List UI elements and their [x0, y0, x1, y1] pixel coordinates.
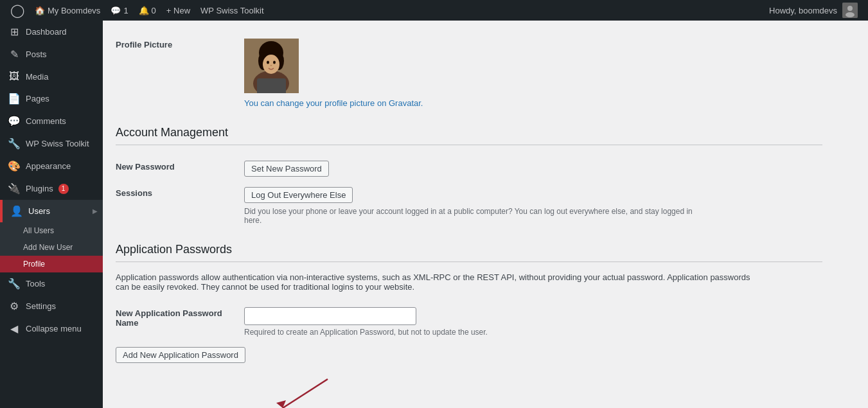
application-passwords-title: Application Passwords [116, 243, 822, 262]
arrow-annotation-container [225, 376, 822, 408]
profile-picture-img [244, 39, 299, 93]
pages-icon: 📄 [8, 93, 21, 105]
sidebar-item-appearance[interactable]: 🎨 Appearance [0, 155, 103, 177]
sidebar-item-comments[interactable]: 💬 Comments [0, 110, 103, 132]
new-password-row: New Password Set New Password [116, 155, 822, 182]
profile-picture-row: Profile Picture [116, 33, 822, 113]
all-users-label: All Users [23, 226, 54, 235]
svg-point-10 [263, 55, 279, 74]
new-app-password-row: New Application Password Name Required t… [116, 302, 822, 342]
new-app-password-helper: Required to create an Application Passwo… [244, 328, 822, 337]
admin-bar: ◯ 🏠 My Boomdevs 💬 1 🔔 0 + New WP Swiss T… [0, 0, 868, 21]
sidebar-item-tools[interactable]: 🔧 Tools [0, 272, 103, 295]
adminbar-plugin[interactable]: WP Swiss Toolkit [195, 0, 269, 21]
svg-rect-14 [257, 78, 286, 93]
sidebar-item-swiss-toolkit-label: WP Swiss Toolkit [26, 139, 89, 148]
dashboard-icon: ⊞ [8, 26, 21, 38]
sidebar-item-users-label: Users [28, 206, 50, 216]
sidebar-item-dashboard[interactable]: ⊞ Dashboard [0, 21, 103, 43]
wp-logo-icon: ◯ [5, 3, 30, 18]
svg-point-2 [846, 12, 855, 17]
comment-icon: 💬 [111, 6, 121, 15]
users-arrow-icon: ▶ [93, 208, 98, 215]
account-management-section: Account Management New Password Set New … [116, 126, 822, 230]
sidebar-item-pages-label: Pages [26, 94, 49, 103]
new-password-cell: Set New Password [244, 155, 822, 182]
site-icon: 🏠 [35, 6, 45, 15]
sidebar-item-comments-label: Comments [26, 116, 66, 126]
sidebar-item-plugins[interactable]: 🔌 Plugins 1 [0, 177, 103, 200]
set-new-password-button[interactable]: Set New Password [244, 161, 329, 177]
collapse-icon: ◀ [8, 323, 21, 335]
adminbar-howdy[interactable]: Howdy, boomdevs [764, 0, 863, 21]
new-app-password-cell: Required to create an Application Passwo… [244, 302, 822, 342]
application-passwords-section: Application Passwords Application passwo… [116, 243, 822, 363]
users-icon: 👤 [10, 205, 23, 217]
sidebar-item-settings[interactable]: ⚙ Settings [0, 295, 103, 317]
users-submenu: All Users Add New User Profile [0, 222, 103, 272]
svg-line-15 [283, 379, 328, 408]
adminbar-site-name[interactable]: 🏠 My Boomdevs [30, 0, 105, 21]
sessions-cell: Log Out Everywhere Else Did you lose you… [244, 182, 822, 230]
gravatar-link[interactable]: You can change your profile picture on G… [244, 98, 423, 108]
wp-wrap: ⊞ Dashboard ✎ Posts 🖼 Media 📄 Pages 💬 Co… [0, 0, 868, 408]
svg-point-13 [270, 65, 272, 66]
sidebar-item-dashboard-label: Dashboard [26, 27, 67, 37]
account-management-title: Account Management [116, 126, 822, 145]
arrow-annotation-svg [225, 376, 353, 408]
adminbar-bubbles[interactable]: 🔔 0 [134, 0, 161, 21]
sidebar-submenu-add-new-user[interactable]: Add New User [0, 239, 103, 256]
appearance-icon: 🎨 [8, 160, 21, 172]
sidebar-item-appearance-label: Appearance [26, 161, 71, 171]
sidebar-item-posts-label: Posts [26, 49, 47, 59]
swiss-toolkit-icon: 🔧 [8, 137, 21, 150]
adminbar-right: Howdy, boomdevs [764, 0, 863, 21]
profile-label: Profile [23, 260, 45, 269]
posts-icon: ✎ [8, 48, 21, 60]
comments-icon: 💬 [8, 115, 21, 127]
sidebar-item-users[interactable]: 👤 Users ▶ [0, 200, 103, 222]
sidebar-item-tools-label: Tools [26, 279, 45, 288]
sidebar-item-media[interactable]: 🖼 Media [0, 66, 103, 87]
account-management-table: New Password Set New Password Sessions L… [116, 155, 822, 230]
adminbar-comments[interactable]: 💬 1 [105, 0, 133, 21]
new-app-password-label: New Application Password Name [116, 302, 244, 342]
profile-picture-table: Profile Picture [116, 33, 822, 113]
sessions-label: Sessions [116, 182, 244, 230]
new-app-password-input[interactable] [244, 307, 416, 325]
sidebar-item-pages[interactable]: 📄 Pages [0, 87, 103, 110]
media-icon: 🖼 [8, 71, 21, 82]
add-app-password-btn-container: Add New Application Password [116, 347, 822, 363]
sidebar-item-posts[interactable]: ✎ Posts [0, 43, 103, 66]
sidebar-item-collapse[interactable]: ◀ Collapse menu [0, 317, 103, 340]
admin-sidebar: ⊞ Dashboard ✎ Posts 🖼 Media 📄 Pages 💬 Co… [0, 21, 103, 408]
adminbar-new[interactable]: + New [161, 0, 195, 21]
svg-point-12 [273, 61, 276, 64]
profile-picture-section: Profile Picture [116, 33, 822, 113]
plugins-icon: 🔌 [8, 182, 21, 195]
app-passwords-table: New Application Password Name Required t… [116, 302, 822, 342]
add-new-app-password-button[interactable]: Add New Application Password [116, 347, 245, 363]
sidebar-item-settings-label: Settings [26, 301, 56, 311]
log-out-everywhere-button[interactable]: Log Out Everywhere Else [244, 187, 353, 203]
plugins-badge: 1 [58, 184, 69, 194]
tools-icon: 🔧 [8, 278, 21, 290]
svg-point-11 [267, 61, 269, 64]
sidebar-submenu-profile[interactable]: Profile [0, 256, 103, 272]
svg-point-1 [847, 6, 853, 11]
sidebar-item-plugins-label: Plugins [26, 184, 53, 193]
sidebar-submenu-all-users[interactable]: All Users [0, 222, 103, 239]
new-password-label: New Password [116, 155, 244, 182]
main-content: Profile Picture [103, 21, 868, 408]
sidebar-item-media-label: Media [26, 72, 48, 82]
sessions-row: Sessions Log Out Everywhere Else Did you… [116, 182, 822, 230]
sessions-description: Did you lose your phone or leave your ac… [244, 207, 694, 225]
settings-icon: ⚙ [8, 300, 21, 312]
sidebar-item-collapse-label: Collapse menu [26, 324, 82, 333]
bubble-icon: 🔔 [139, 6, 149, 15]
app-passwords-description: Application passwords allow authenticati… [116, 272, 758, 292]
add-new-user-label: Add New User [23, 243, 73, 252]
profile-picture-cell: You can change your profile picture on G… [244, 33, 822, 113]
user-avatar-icon [842, 3, 858, 18]
sidebar-item-wp-swiss-toolkit[interactable]: 🔧 WP Swiss Toolkit [0, 132, 103, 155]
